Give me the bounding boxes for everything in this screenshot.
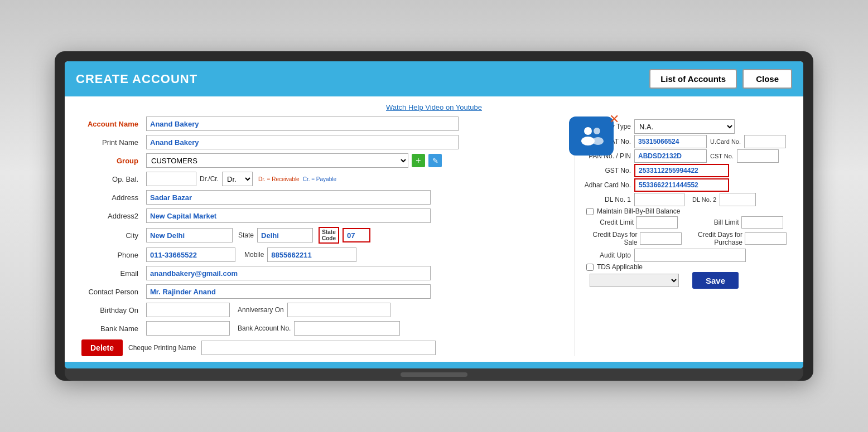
bottom-actions: Delete Cheque Printing Name [81,339,575,356]
tds-select-row: Save [581,272,787,289]
maintain-row: Maintain Bill-By-Bill Balance [581,207,787,215]
tds-select[interactable] [590,274,679,287]
bottom-bar [65,362,803,368]
address2-input[interactable] [146,208,431,223]
group-add-button[interactable]: + [412,154,425,167]
print-name-input[interactable] [146,135,459,149]
credit-grid: Credit Limit Bill Limit Credit Days for … [581,216,787,246]
gst-input[interactable] [634,164,729,177]
save-button[interactable]: Save [692,272,739,289]
dr-cr-select[interactable]: Dr. Cr. [222,172,253,186]
state-label: State [238,231,254,239]
bill-limit-label: Bill Limit [686,219,739,226]
tds-label: TDS Applicable [597,263,643,271]
form-area: Watch Help Video on Youtube Account Name… [65,96,803,362]
city-input[interactable] [146,228,233,242]
bill-limit-input[interactable] [741,216,783,229]
credit-limit-input[interactable] [636,216,678,229]
account-name-row: Account Name [81,117,575,131]
credit-days-purchase-input[interactable] [745,232,787,245]
cr-note: Cr. = Payable [303,176,336,182]
city-label: City [81,231,143,240]
tds-checkbox[interactable] [586,264,594,271]
close-button[interactable]: Close [742,69,792,89]
audit-input[interactable] [634,249,746,262]
address-input[interactable] [146,190,431,205]
birthday-label: Birthday On [81,306,143,314]
cst-input[interactable] [737,149,779,163]
address2-row: Address2 [81,208,575,223]
party-type-select[interactable]: N.A. [634,119,735,134]
credit-limit-label: Credit Limit [581,219,634,226]
gst-row: GST No. [581,164,787,177]
group-label: Group [81,157,143,165]
birthday-row: Birthday On Anniversary On [81,303,575,317]
bank-input[interactable] [146,321,230,336]
account-name-label: Account Name [81,120,143,128]
avatar-section: ✕ [569,117,614,156]
left-form: Account Name Print Name Group CUSTOMERS [81,117,575,356]
credit-days-sale-input[interactable] [640,232,682,245]
contact-input[interactable] [146,284,431,299]
pan-input[interactable] [634,149,707,163]
help-video-link[interactable]: Watch Help Video on Youtube [386,103,482,111]
svg-point-2 [594,128,600,134]
state-code-box: State Code [319,227,339,244]
bank-label: Bank Name [81,324,143,333]
group-edit-button[interactable]: ✎ [428,154,442,167]
email-row: Email [81,266,575,280]
ucard-input[interactable] [744,135,786,148]
credit-days-sale-label: Credit Days for Sale [581,231,638,246]
cheque-input[interactable] [201,341,436,355]
ucard-label: U.Card No. [710,138,741,145]
op-bal-row: Op. Bal. Dr./Cr. Dr. Cr. Dr. = Receivabl… [81,172,575,186]
dl2-label: DL No. 2 [692,196,716,203]
email-input[interactable] [146,266,431,280]
close-avatar-icon[interactable]: ✕ [609,112,619,127]
title-bar: CREATE ACCOUNT List of Accounts Close [65,61,803,96]
state-input[interactable] [257,228,313,242]
contact-row: Contact Person [81,284,575,299]
vat-input[interactable] [634,135,707,148]
avatar-container: ✕ [569,117,614,156]
anniversary-input[interactable] [287,303,390,317]
page-title: CREATE ACCOUNT [76,72,197,86]
tds-row: TDS Applicable [581,263,787,271]
anniversary-label: Anniversary On [238,306,284,314]
help-link-row: Watch Help Video on Youtube [81,102,787,112]
dl1-input[interactable] [634,193,684,206]
state-code-label-bottom: Code [322,235,336,241]
header-actions: List of Accounts Close [649,69,792,89]
city-state-row: City State State Code [81,227,575,244]
dr-note: Dr. = Receivable [258,176,300,182]
mobile-input[interactable] [267,247,356,262]
maintain-checkbox[interactable] [586,208,594,215]
dl-row: DL No. 1 DL No. 2 [581,193,787,206]
credit-limit-row: Credit Limit [581,216,682,229]
group-select[interactable]: CUSTOMERS [146,153,408,168]
gst-label: GST No. [581,167,631,174]
phone-mobile-row: Phone Mobile [81,247,575,262]
list-accounts-button[interactable]: List of Accounts [649,69,737,89]
phone-input[interactable] [146,247,235,262]
address2-label: Address2 [81,212,143,220]
svg-point-3 [592,137,604,145]
state-code-input[interactable] [343,228,370,242]
maintain-label: Maintain Bill-By-Bill Balance [597,207,680,215]
birthday-input[interactable] [146,303,230,317]
account-name-input[interactable] [146,117,459,131]
dl2-input[interactable] [720,193,756,206]
print-name-row: Print Name [81,135,575,149]
bankacct-input[interactable] [294,321,400,336]
phone-label: Phone [81,251,143,259]
delete-button[interactable]: Delete [81,339,123,356]
op-bal-input[interactable] [146,172,196,186]
bill-limit-row: Bill Limit [686,216,787,229]
group-row: Group CUSTOMERS + ✎ [81,153,575,168]
svg-point-0 [584,127,592,135]
adhar-label: Adhar Card No. [581,181,631,189]
adhar-input[interactable] [634,178,729,192]
people-icon [577,124,606,148]
laptop-notch [401,372,467,377]
adhar-row: Adhar Card No. [581,178,787,192]
